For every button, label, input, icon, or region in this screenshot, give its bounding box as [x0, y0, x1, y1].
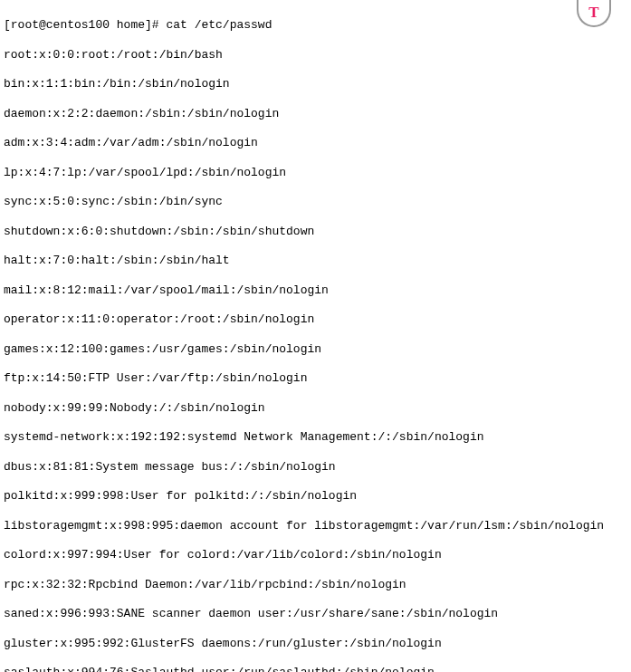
output-line: saned:x:996:993:SANE scanner daemon user…: [4, 607, 627, 621]
output-line: halt:x:7:0:halt:/sbin:/sbin/halt: [4, 254, 627, 268]
terminal-output: [root@centos100 home]# cat /etc/passwd r…: [4, 4, 627, 672]
output-line: gluster:x:995:992:GlusterFS daemons:/run…: [4, 637, 627, 651]
output-line: dbus:x:81:81:System message bus:/:/sbin/…: [4, 460, 627, 475]
output-line: colord:x:997:994:User for colord:/var/li…: [4, 548, 627, 562]
output-line: adm:x:3:4:adm:/var/adm:/sbin/nologin: [4, 136, 627, 150]
output-line: daemon:x:2:2:daemon:/sbin:/sbin/nologin: [4, 107, 627, 121]
output-line: root:x:0:0:root:/root:/bin/bash: [4, 48, 627, 62]
output-line: sync:x:5:0:sync:/sbin:/bin/sync: [4, 195, 627, 209]
prompt-command-line: [root@centos100 home]# cat /etc/passwd: [4, 18, 627, 33]
output-line: nobody:x:99:99:Nobody:/:/sbin/nologin: [4, 401, 627, 416]
output-line: polkitd:x:999:998:User for polkitd:/:/sb…: [4, 489, 627, 504]
output-line: bin:x:1:1:bin:/bin:/sbin/nologin: [4, 77, 627, 91]
output-line: operator:x:11:0:operator:/root:/sbin/nol…: [4, 312, 627, 327]
output-line: systemd-network:x:192:192:systemd Networ…: [4, 430, 627, 445]
badge-text: T: [588, 3, 598, 22]
output-line: rpc:x:32:32:Rpcbind Daemon:/var/lib/rpcb…: [4, 578, 627, 592]
output-line: mail:x:8:12:mail:/var/spool/mail:/sbin/n…: [4, 283, 627, 298]
output-line: saslauth:x:994:76:Saslauthd user:/run/sa…: [4, 666, 627, 672]
output-line: libstoragemgmt:x:998:995:daemon account …: [4, 519, 627, 533]
output-line: lp:x:4:7:lp:/var/spool/lpd:/sbin/nologin: [4, 166, 627, 180]
output-line: games:x:12:100:games:/usr/games:/sbin/no…: [4, 342, 627, 357]
output-line: ftp:x:14:50:FTP User:/var/ftp:/sbin/nolo…: [4, 371, 627, 386]
output-line: shutdown:x:6:0:shutdown:/sbin:/sbin/shut…: [4, 225, 627, 239]
